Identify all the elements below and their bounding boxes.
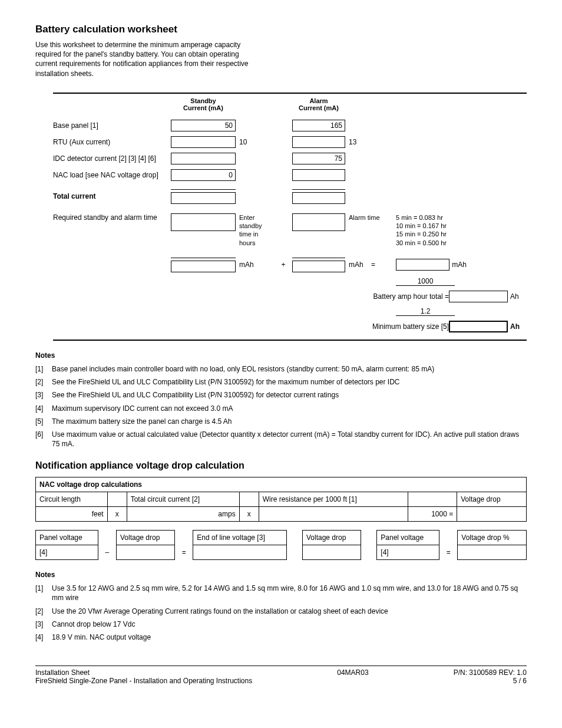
nacB-v5: [4] [377,545,439,560]
base-alarm[interactable]: 165 [292,120,345,131]
nacA-u2: amps [127,507,239,522]
nacB-h1: Panel voltage [36,531,98,545]
row-idc-label: IDC detector current [2] [3] [4] [6] [53,154,171,163]
nacB-vdrop1[interactable] [116,545,174,560]
nacA-h3: Wire resistance per 1000 ft [1] [259,492,408,507]
nacA-head: NAC voltage drop calculations [36,477,527,492]
nacB-v1: [4] [36,545,98,560]
nacB-h2: Voltage drop [116,531,174,545]
row-time-label: Required standby and alarm time [53,213,171,222]
time-alarm[interactable] [292,213,345,231]
th-alarm: Alarm Current (mA) [292,97,345,111]
th-standby: Standby Current (mA) [171,97,236,111]
row-total-label: Total current [53,192,171,200]
nacB-vdrop2[interactable] [303,545,361,560]
min-batt-unit: Ah [510,322,520,331]
nac-standby[interactable]: 0 [171,169,236,181]
nac-alarm[interactable] [292,169,345,181]
eq-sign: = [371,261,375,269]
total-standby[interactable] [171,192,236,204]
time-standby-note: Enter standby time in hours [236,213,275,247]
plus-sign: + [275,261,292,269]
nacA-u3: 1000 = [408,507,457,522]
nacA-vdrop[interactable] [457,507,527,522]
row-nac-label: NAC load [see NAC voltage drop] [53,171,171,179]
nacA-h2: Total circuit current [2] [127,492,239,507]
nac-table-b: Panel voltage Voltage drop End of line v… [35,530,527,560]
nacB-op2: = [175,545,193,560]
footer-l2: FireShield Single-Zone Panel - Installat… [35,677,252,685]
mah-alarm[interactable] [292,261,345,272]
rtu-standby[interactable] [171,136,236,148]
battery-calc-table: Standby Current (mA) Alarm Current (mA) … [53,93,527,341]
nacB-h5: Panel voltage [377,531,439,545]
nacA-h4: Voltage drop [457,492,527,507]
nacB-op3: = [439,545,458,560]
notes2-list: [1]Use 3.5 for 12 AWG and 2.5 sq mm wire… [35,584,527,642]
mah-total-unit: mAh [452,261,467,269]
nacB-h4: Voltage drop [303,531,361,545]
nacA-op2: x [239,507,259,522]
row-base-label: Base panel [1] [53,121,171,130]
time-alarm-note: Alarm time [345,213,396,222]
divisor: 1000 [396,277,455,286]
min-batt-label: Minimum battery size [5] [345,322,449,331]
ah-total[interactable] [449,291,508,302]
page-title: Battery calculation worksheet [35,24,527,35]
notes2-title: Notes [35,571,527,579]
row-rtu-label: RTU (Aux current) [53,138,171,146]
rtu-standby-note: 10 [236,138,275,146]
time-standby[interactable] [171,213,236,231]
total-alarm[interactable] [292,192,345,204]
footer-r1: P/N: 3100589 REV: 1.0 [454,668,527,677]
footer-r2: 5 / 6 [454,677,527,685]
footer-mid: 04MAR03 [337,668,368,685]
rtu-alarm-note: 13 [345,138,396,146]
footer-l1: Installation Sheet [35,668,252,677]
ah-total-unit: Ah [510,292,519,301]
mah-alarm-unit: mAh [349,261,363,269]
ah-total-label: Battery amp hour total = [345,292,449,301]
nacB-op1: – [98,545,116,560]
mah-standby[interactable] [171,261,236,272]
nacA-op1: x [107,507,127,522]
nacB-pct[interactable] [458,545,527,560]
idc-standby[interactable] [171,153,236,164]
nacA-res[interactable] [259,507,408,522]
mah-total[interactable] [396,259,449,271]
nacB-h6: Voltage drop % [458,531,527,545]
idc-alarm[interactable]: 75 [292,153,345,164]
notes1-list: [1]Base panel includes main controller b… [35,364,527,449]
nac-table-a: NAC voltage drop calculations Circuit le… [35,477,527,522]
nacB-h3: End of line voltage [3] [193,531,287,545]
nacB-eol[interactable] [193,545,287,560]
notes1-title: Notes [35,351,527,360]
time-conversions: 5 min = 0.083 hr 10 min = 0.167 hr 15 mi… [396,213,467,247]
nacA-h1: Circuit length [36,492,108,507]
min-batt[interactable] [449,321,508,332]
page-footer: Installation Sheet FireShield Single-Zon… [35,666,527,685]
factor: 1.2 [396,307,455,316]
intro-text: Use this worksheet to determine the mini… [35,40,259,78]
section2-title: Notification appliance voltage drop calc… [35,460,527,471]
nacA-u1: feet [36,507,108,522]
rtu-alarm[interactable] [292,136,345,148]
base-standby[interactable]: 50 [171,120,236,131]
mah-standby-unit: mAh [236,261,275,269]
